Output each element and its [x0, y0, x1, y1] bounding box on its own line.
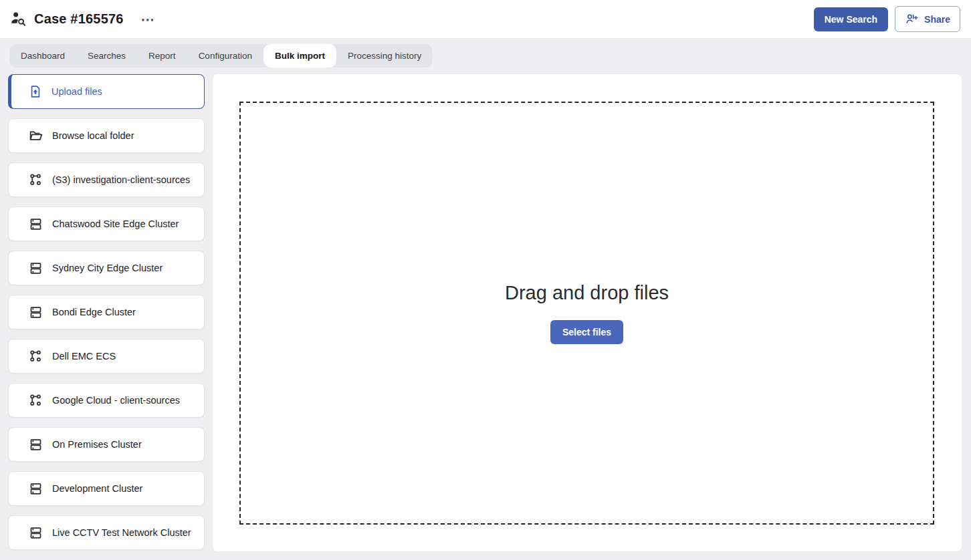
- nodes-icon: [29, 394, 43, 408]
- tab-configuration[interactable]: Configuration: [187, 44, 263, 67]
- server-icon: [29, 438, 43, 452]
- header-actions: New Search Share: [814, 6, 960, 32]
- dropzone-title: Drag and drop files: [505, 282, 669, 304]
- sidebar-item-label: Chatswood Site Edge Cluster: [52, 219, 179, 229]
- person-add-icon: [905, 12, 919, 26]
- server-icon: [29, 305, 43, 319]
- sidebar-item-on-premises-cluster[interactable]: On Premises Cluster: [8, 427, 205, 462]
- sidebar-item-label: Google Cloud - client-sources: [52, 395, 180, 406]
- sidebar-item-upload-files[interactable]: Upload files: [8, 74, 205, 109]
- sidebar-item-live-cctv-test-network-cluster[interactable]: Live CCTV Test Network Cluster: [8, 515, 205, 550]
- tab-processing-history[interactable]: Processing history: [336, 44, 433, 67]
- folder-open-icon: [29, 129, 43, 143]
- upload-panel: Drag and drop files Select files: [213, 74, 962, 551]
- sidebar-item-label: Bondi Edge Cluster: [52, 307, 136, 317]
- sidebar-item-label: Dell EMC ECS: [52, 351, 116, 362]
- share-button-label: Share: [924, 14, 950, 25]
- sidebar-item-label: Sydney City Edge Cluster: [52, 263, 163, 273]
- server-icon: [29, 482, 43, 496]
- sidebar-item-label: Browse local folder: [52, 130, 134, 141]
- sidebar-item-label: Development Cluster: [52, 483, 142, 494]
- tab-bulk-import[interactable]: Bulk import: [263, 44, 336, 67]
- sidebar-item-chatswood-site-edge-cluster[interactable]: Chatswood Site Edge Cluster: [8, 206, 205, 241]
- tab-searches[interactable]: Searches: [76, 44, 137, 67]
- sidebar-item-label: On Premises Cluster: [52, 439, 142, 450]
- nodes-icon: [29, 173, 43, 187]
- sidebar-item-s3-investigation-client-sources[interactable]: (S3) investigation-client-sources: [8, 162, 205, 197]
- server-icon: [29, 261, 43, 275]
- sidebar-item-label: (S3) investigation-client-sources: [52, 174, 190, 185]
- page-title: Case #165576: [34, 11, 124, 27]
- select-files-button[interactable]: Select files: [550, 320, 623, 344]
- nodes-icon: [29, 349, 43, 364]
- sidebar-item-sydney-city-edge-cluster[interactable]: Sydney City Edge Cluster: [8, 251, 205, 285]
- tabbar-wrap: Dashboard Searches Report Configuration …: [0, 38, 971, 67]
- content: Upload files Browse local folder (S3) in…: [0, 74, 971, 551]
- file-upload-icon: [29, 85, 42, 98]
- sidebar-item-label: Upload files: [51, 86, 102, 97]
- tab-report[interactable]: Report: [137, 44, 187, 67]
- sidebar-item-google-cloud-client-sources[interactable]: Google Cloud - client-sources: [8, 383, 205, 418]
- file-dropzone[interactable]: Drag and drop files Select files: [239, 102, 934, 525]
- server-icon: [29, 217, 43, 231]
- sidebar-item-dell-emc-ecs[interactable]: Dell EMC ECS: [8, 339, 205, 374]
- import-sources-sidebar: Upload files Browse local folder (S3) in…: [8, 74, 205, 551]
- tab-dashboard[interactable]: Dashboard: [9, 44, 76, 67]
- sidebar-item-browse-local-folder[interactable]: Browse local folder: [8, 118, 205, 153]
- sidebar-item-label: Live CCTV Test Network Cluster: [52, 527, 191, 538]
- sidebar-item-development-cluster[interactable]: Development Cluster: [8, 471, 205, 506]
- header: Case #165576 ⋯ New Search Share: [0, 0, 971, 38]
- person-search-icon: [9, 10, 27, 28]
- more-options-button[interactable]: ⋯: [138, 10, 158, 29]
- new-search-button[interactable]: New Search: [814, 7, 888, 31]
- tabbar: Dashboard Searches Report Configuration …: [9, 44, 433, 67]
- sidebar-item-bondi-edge-cluster[interactable]: Bondi Edge Cluster: [8, 295, 205, 329]
- server-icon: [29, 526, 43, 540]
- header-left: Case #165576 ⋯: [8, 10, 158, 29]
- share-button[interactable]: Share: [895, 6, 960, 32]
